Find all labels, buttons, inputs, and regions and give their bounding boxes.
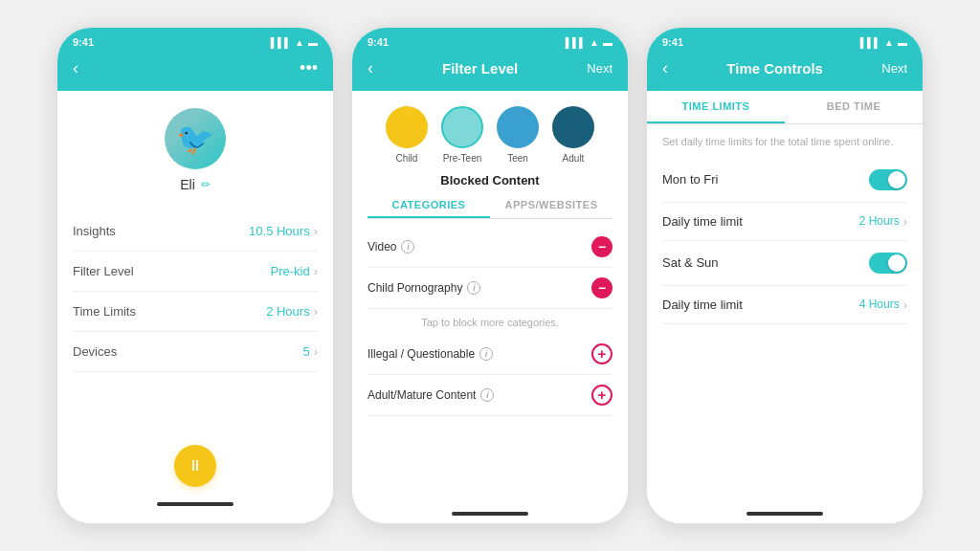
next-button-3[interactable]: Next bbox=[881, 61, 907, 76]
tab-categories[interactable]: CATEGORIES bbox=[368, 193, 490, 218]
signal-icon-2: ▌▌▌ bbox=[566, 37, 586, 48]
info-icon-childporn[interactable]: i bbox=[467, 281, 480, 295]
addable-list: Illegal / Questionable i + Adult/Mature … bbox=[352, 334, 628, 416]
menu-value-insights: 10.5 Hours bbox=[249, 224, 310, 238]
status-bar-2: 9:41 ▌▌▌ ▲ ▬ bbox=[352, 28, 628, 55]
dots-menu[interactable]: ••• bbox=[300, 58, 318, 78]
menu-value-row-timelimits: 2 Hours › bbox=[266, 304, 318, 319]
status-icons-3: ▌▌▌ ▲ ▬ bbox=[860, 37, 907, 48]
home-bar-2 bbox=[452, 512, 528, 516]
time-description: Set daily time limits for the total time… bbox=[647, 124, 923, 158]
home-bar-1 bbox=[157, 502, 234, 506]
menu-label-devices: Devices bbox=[73, 344, 117, 359]
filter-body: Child Pre-Teen Teen Adult Blocked Conten… bbox=[352, 91, 628, 523]
battery-icon-3: ▬ bbox=[898, 37, 907, 48]
menu-value-row-insights: 10.5 Hours › bbox=[249, 224, 318, 238]
toggle-sat-sun[interactable] bbox=[869, 253, 907, 274]
remove-childporn-button[interactable]: − bbox=[591, 277, 612, 298]
filter-label-video: Video i bbox=[368, 240, 414, 253]
blocked-content-title: Blocked Content bbox=[352, 173, 628, 187]
next-button-2[interactable]: Next bbox=[587, 61, 612, 76]
label-mon-fri: Mon to Fri bbox=[662, 172, 719, 187]
minus-icon-childporn: − bbox=[598, 281, 606, 295]
value-row-daily-2: 4 Hours › bbox=[859, 298, 907, 312]
menu-value-filter: Pre-kid bbox=[270, 264, 309, 278]
filter-text-illegal: Illegal / Questionable bbox=[368, 347, 475, 361]
phone-3: 9:41 ▌▌▌ ▲ ▬ ‹ Time Controls Next TIME L… bbox=[646, 27, 924, 524]
filter-text-adult: Adult/Mature Content bbox=[368, 388, 476, 402]
status-time-3: 9:41 bbox=[662, 36, 683, 48]
app-header-2: ‹ Filter Level Next bbox=[352, 55, 628, 91]
info-icon-illegal[interactable]: i bbox=[479, 347, 493, 361]
phone1-body: 🐦 Eli ✏ Insights 10.5 Hours › Filter Lev… bbox=[57, 91, 333, 523]
chevron-insights: › bbox=[314, 224, 318, 238]
circle-child-label: Child bbox=[396, 153, 418, 164]
app-header-1: ‹ ••• bbox=[57, 55, 333, 91]
menu-value-row-devices: 5 › bbox=[302, 344, 318, 359]
add-adult-button[interactable]: + bbox=[591, 385, 612, 406]
tab-time-limits[interactable]: TIME LIMITS bbox=[647, 91, 785, 123]
filter-item-illegal: Illegal / Questionable i + bbox=[368, 334, 612, 375]
remove-video-button[interactable]: − bbox=[591, 236, 612, 257]
circle-child-dot[interactable] bbox=[386, 106, 428, 148]
circle-teen-label: Teen bbox=[507, 153, 528, 164]
app-header-3: ‹ Time Controls Next bbox=[647, 55, 923, 91]
signal-icon-3: ▌▌▌ bbox=[860, 37, 880, 48]
status-bar-3: 9:41 ▌▌▌ ▲ ▬ bbox=[647, 28, 923, 55]
pause-button[interactable]: ⏸ bbox=[174, 445, 216, 487]
filter-text-video: Video bbox=[368, 240, 396, 253]
chevron-timelimits: › bbox=[314, 304, 318, 319]
menu-label-timelimits: Time Limits bbox=[73, 304, 136, 319]
back-button-1[interactable]: ‹ bbox=[73, 58, 78, 78]
menu-item-timelimits[interactable]: Time Limits 2 Hours › bbox=[73, 292, 318, 332]
battery-icon: ▬ bbox=[308, 37, 318, 48]
add-illegal-button[interactable]: + bbox=[591, 343, 612, 364]
wifi-icon-2: ▲ bbox=[590, 37, 599, 48]
filter-label-childporn: Child Pornography i bbox=[368, 281, 480, 295]
user-name-row: Eli ✏ bbox=[180, 177, 211, 192]
toggle-mon-fri[interactable] bbox=[869, 169, 907, 190]
status-icons-1: ▌▌▌ ▲ ▬ bbox=[271, 37, 318, 48]
menu-item-devices[interactable]: Devices 5 › bbox=[73, 332, 318, 372]
plus-icon-illegal: + bbox=[598, 346, 607, 361]
time-item-daily-limit-2[interactable]: Daily time limit 4 Hours › bbox=[662, 286, 907, 324]
time-controls-title: Time Controls bbox=[668, 60, 881, 77]
circle-child[interactable]: Child bbox=[386, 106, 428, 164]
info-icon-video[interactable]: i bbox=[401, 240, 414, 253]
menu-item-insights[interactable]: Insights 10.5 Hours › bbox=[73, 211, 318, 252]
menu-label-insights: Insights bbox=[73, 224, 116, 238]
info-icon-adult[interactable]: i bbox=[480, 388, 494, 402]
menu-item-filter[interactable]: Filter Level Pre-kid › bbox=[73, 252, 318, 292]
circle-teen-dot[interactable] bbox=[497, 106, 539, 148]
filter-label-adult: Adult/Mature Content i bbox=[368, 388, 494, 402]
circle-preteen-dot[interactable] bbox=[441, 106, 483, 148]
circle-adult-label: Adult bbox=[563, 153, 585, 164]
value-row-daily-1: 2 Hours › bbox=[859, 214, 907, 229]
circle-teen[interactable]: Teen bbox=[497, 106, 539, 164]
phone-2: 9:41 ▌▌▌ ▲ ▬ ‹ Filter Level Next Child P… bbox=[351, 27, 629, 524]
filter-text-childporn: Child Pornography bbox=[368, 281, 462, 295]
time-item-daily-limit-1[interactable]: Daily time limit 2 Hours › bbox=[662, 203, 907, 241]
edit-icon[interactable]: ✏ bbox=[201, 178, 211, 191]
circle-adult[interactable]: Adult bbox=[552, 106, 594, 164]
label-sat-sun: Sat & Sun bbox=[662, 255, 719, 270]
chevron-daily-1: › bbox=[903, 214, 907, 229]
wifi-icon-3: ▲ bbox=[884, 37, 894, 48]
signal-icon: ▌▌▌ bbox=[271, 37, 291, 48]
avatar: 🐦 bbox=[165, 108, 226, 169]
time-tabs: TIME LIMITS BED TIME bbox=[647, 91, 923, 124]
battery-icon-2: ▬ bbox=[603, 37, 612, 48]
circle-preteen[interactable]: Pre-Teen bbox=[441, 106, 483, 164]
tab-apps-websites[interactable]: APPS/WEBSITES bbox=[490, 193, 612, 218]
value-daily-limit-1: 2 Hours bbox=[859, 214, 900, 228]
status-icons-2: ▌▌▌ ▲ ▬ bbox=[566, 37, 612, 48]
filter-tabs: CATEGORIES APPS/WEBSITES bbox=[368, 193, 612, 219]
home-bar-3 bbox=[746, 512, 823, 516]
circle-adult-dot[interactable] bbox=[552, 106, 594, 148]
menu-list: Insights 10.5 Hours › Filter Level Pre-k… bbox=[57, 211, 333, 372]
value-daily-limit-2: 4 Hours bbox=[859, 298, 900, 311]
filter-label-illegal: Illegal / Questionable i bbox=[368, 347, 493, 361]
filter-circles: Child Pre-Teen Teen Adult bbox=[352, 91, 628, 173]
tab-bed-time[interactable]: BED TIME bbox=[785, 91, 923, 123]
time-body: TIME LIMITS BED TIME Set daily time limi… bbox=[647, 91, 923, 523]
